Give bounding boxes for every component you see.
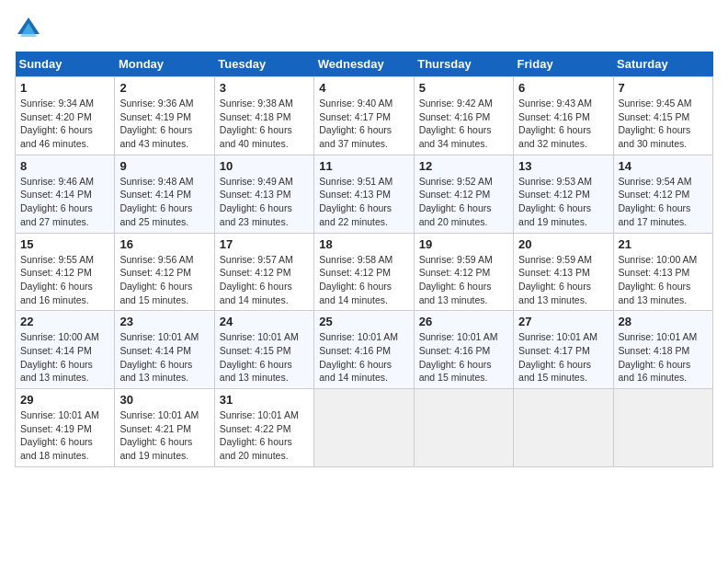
day-detail: Sunrise: 9:59 AMSunset: 4:13 PMDaylight:… bbox=[518, 254, 592, 305]
column-header-monday: Monday bbox=[115, 52, 214, 77]
day-number: 15 bbox=[20, 237, 109, 251]
day-detail: Sunrise: 10:01 AMSunset: 4:17 PMDaylight… bbox=[518, 331, 597, 383]
day-detail: Sunrise: 9:48 AMSunset: 4:14 PMDaylight:… bbox=[119, 176, 193, 227]
calendar-day-cell: 25 Sunrise: 10:01 AMSunset: 4:16 PMDayli… bbox=[314, 311, 414, 389]
day-detail: Sunrise: 9:40 AMSunset: 4:17 PMDaylight:… bbox=[319, 98, 392, 149]
day-number: 20 bbox=[518, 237, 608, 251]
calendar-week-row: 22 Sunrise: 10:00 AMSunset: 4:14 PMDayli… bbox=[16, 311, 713, 389]
calendar-day-cell: 13 Sunrise: 9:53 AMSunset: 4:12 PMDaylig… bbox=[514, 155, 613, 233]
calendar-day-cell: 27 Sunrise: 10:01 AMSunset: 4:17 PMDayli… bbox=[514, 311, 613, 389]
day-number: 19 bbox=[419, 237, 508, 251]
logo bbox=[15, 15, 46, 42]
column-header-saturday: Saturday bbox=[613, 52, 712, 77]
column-header-wednesday: Wednesday bbox=[314, 52, 414, 77]
day-number: 26 bbox=[419, 315, 508, 328]
calendar-day-cell: 2 Sunrise: 9:36 AMSunset: 4:19 PMDayligh… bbox=[115, 77, 214, 155]
day-detail: Sunrise: 10:01 AMSunset: 4:22 PMDaylight… bbox=[220, 409, 299, 461]
day-detail: Sunrise: 10:00 AMSunset: 4:13 PMDaylight… bbox=[619, 254, 698, 305]
day-number: 28 bbox=[619, 315, 708, 328]
calendar-table: SundayMondayTuesdayWednesdayThursdayFrid… bbox=[15, 52, 713, 467]
day-detail: Sunrise: 9:42 AMSunset: 4:16 PMDaylight:… bbox=[419, 98, 493, 149]
day-detail: Sunrise: 9:57 AMSunset: 4:12 PMDaylight:… bbox=[220, 254, 293, 305]
day-number: 17 bbox=[220, 237, 309, 251]
calendar-day-cell: 5 Sunrise: 9:42 AMSunset: 4:16 PMDayligh… bbox=[414, 77, 513, 155]
day-number: 27 bbox=[518, 315, 608, 328]
day-number: 10 bbox=[220, 159, 309, 173]
calendar-day-cell bbox=[314, 389, 414, 467]
day-number: 6 bbox=[518, 81, 608, 95]
day-number: 2 bbox=[119, 81, 209, 95]
calendar-day-cell: 11 Sunrise: 9:51 AMSunset: 4:13 PMDaylig… bbox=[314, 155, 414, 233]
day-detail: Sunrise: 9:59 AMSunset: 4:12 PMDaylight:… bbox=[419, 254, 493, 305]
day-detail: Sunrise: 9:34 AMSunset: 4:20 PMDaylight:… bbox=[20, 98, 94, 149]
column-header-friday: Friday bbox=[514, 52, 613, 77]
day-detail: Sunrise: 9:56 AMSunset: 4:12 PMDaylight:… bbox=[119, 254, 193, 305]
day-detail: Sunrise: 9:46 AMSunset: 4:14 PMDaylight:… bbox=[20, 176, 94, 227]
day-detail: Sunrise: 9:45 AMSunset: 4:15 PMDaylight:… bbox=[619, 98, 692, 149]
column-header-thursday: Thursday bbox=[414, 52, 513, 77]
day-detail: Sunrise: 10:01 AMSunset: 4:15 PMDaylight… bbox=[220, 331, 299, 383]
day-detail: Sunrise: 9:36 AMSunset: 4:19 PMDaylight:… bbox=[119, 98, 193, 149]
column-header-sunday: Sunday bbox=[16, 52, 115, 77]
calendar-day-cell: 4 Sunrise: 9:40 AMSunset: 4:17 PMDayligh… bbox=[314, 77, 414, 155]
day-number: 4 bbox=[319, 81, 408, 95]
day-detail: Sunrise: 10:01 AMSunset: 4:16 PMDaylight… bbox=[319, 331, 398, 383]
day-detail: Sunrise: 10:01 AMSunset: 4:16 PMDaylight… bbox=[419, 331, 498, 383]
day-number: 21 bbox=[619, 237, 708, 251]
calendar-week-row: 15 Sunrise: 9:55 AMSunset: 4:12 PMDaylig… bbox=[16, 233, 713, 311]
day-detail: Sunrise: 9:58 AMSunset: 4:12 PMDaylight:… bbox=[319, 254, 392, 305]
day-number: 14 bbox=[619, 159, 708, 173]
calendar-day-cell: 21 Sunrise: 10:00 AMSunset: 4:13 PMDayli… bbox=[613, 233, 712, 311]
day-number: 24 bbox=[220, 315, 309, 328]
day-detail: Sunrise: 10:00 AMSunset: 4:14 PMDaylight… bbox=[20, 331, 99, 383]
calendar-day-cell: 16 Sunrise: 9:56 AMSunset: 4:12 PMDaylig… bbox=[115, 233, 214, 311]
calendar-day-cell: 31 Sunrise: 10:01 AMSunset: 4:22 PMDayli… bbox=[214, 389, 313, 467]
calendar-week-row: 29 Sunrise: 10:01 AMSunset: 4:19 PMDayli… bbox=[16, 389, 713, 467]
day-number: 30 bbox=[119, 393, 209, 407]
day-number: 3 bbox=[220, 81, 309, 95]
day-number: 22 bbox=[20, 315, 109, 328]
day-number: 7 bbox=[619, 81, 708, 95]
day-detail: Sunrise: 9:38 AMSunset: 4:18 PMDaylight:… bbox=[220, 98, 293, 149]
calendar-day-cell bbox=[613, 389, 712, 467]
day-number: 31 bbox=[220, 393, 309, 407]
calendar-day-cell: 1 Sunrise: 9:34 AMSunset: 4:20 PMDayligh… bbox=[16, 77, 115, 155]
calendar-day-cell: 24 Sunrise: 10:01 AMSunset: 4:15 PMDayli… bbox=[214, 311, 313, 389]
day-number: 1 bbox=[20, 81, 109, 95]
day-detail: Sunrise: 10:01 AMSunset: 4:21 PMDaylight… bbox=[119, 409, 199, 461]
day-number: 25 bbox=[319, 315, 408, 328]
column-header-tuesday: Tuesday bbox=[214, 52, 313, 77]
day-number: 9 bbox=[119, 159, 209, 173]
logo-icon bbox=[15, 15, 42, 42]
day-number: 12 bbox=[419, 159, 508, 173]
day-detail: Sunrise: 9:54 AMSunset: 4:12 PMDaylight:… bbox=[619, 176, 692, 227]
day-number: 8 bbox=[20, 159, 109, 173]
calendar-day-cell: 17 Sunrise: 9:57 AMSunset: 4:12 PMDaylig… bbox=[214, 233, 313, 311]
calendar-week-row: 8 Sunrise: 9:46 AMSunset: 4:14 PMDayligh… bbox=[16, 155, 713, 233]
calendar-day-cell: 18 Sunrise: 9:58 AMSunset: 4:12 PMDaylig… bbox=[314, 233, 414, 311]
day-number: 18 bbox=[319, 237, 408, 251]
calendar-day-cell bbox=[514, 389, 613, 467]
calendar-day-cell: 9 Sunrise: 9:48 AMSunset: 4:14 PMDayligh… bbox=[115, 155, 214, 233]
day-number: 11 bbox=[319, 159, 408, 173]
day-detail: Sunrise: 9:43 AMSunset: 4:16 PMDaylight:… bbox=[518, 98, 592, 149]
calendar-day-cell: 15 Sunrise: 9:55 AMSunset: 4:12 PMDaylig… bbox=[16, 233, 115, 311]
calendar-day-cell: 19 Sunrise: 9:59 AMSunset: 4:12 PMDaylig… bbox=[414, 233, 513, 311]
day-detail: Sunrise: 10:01 AMSunset: 4:18 PMDaylight… bbox=[619, 331, 698, 383]
calendar-day-cell: 10 Sunrise: 9:49 AMSunset: 4:13 PMDaylig… bbox=[214, 155, 313, 233]
calendar-day-cell: 3 Sunrise: 9:38 AMSunset: 4:18 PMDayligh… bbox=[214, 77, 313, 155]
calendar-day-cell: 26 Sunrise: 10:01 AMSunset: 4:16 PMDayli… bbox=[414, 311, 513, 389]
day-detail: Sunrise: 9:49 AMSunset: 4:13 PMDaylight:… bbox=[220, 176, 293, 227]
calendar-day-cell: 14 Sunrise: 9:54 AMSunset: 4:12 PMDaylig… bbox=[613, 155, 712, 233]
calendar-day-cell: 20 Sunrise: 9:59 AMSunset: 4:13 PMDaylig… bbox=[514, 233, 613, 311]
day-number: 29 bbox=[20, 393, 109, 407]
day-detail: Sunrise: 9:52 AMSunset: 4:12 PMDaylight:… bbox=[419, 176, 493, 227]
calendar-day-cell: 23 Sunrise: 10:01 AMSunset: 4:14 PMDayli… bbox=[115, 311, 214, 389]
calendar-day-cell: 30 Sunrise: 10:01 AMSunset: 4:21 PMDayli… bbox=[115, 389, 214, 467]
calendar-day-cell: 8 Sunrise: 9:46 AMSunset: 4:14 PMDayligh… bbox=[16, 155, 115, 233]
calendar-day-cell: 28 Sunrise: 10:01 AMSunset: 4:18 PMDayli… bbox=[613, 311, 712, 389]
calendar-header-row: SundayMondayTuesdayWednesdayThursdayFrid… bbox=[16, 52, 713, 77]
day-detail: Sunrise: 9:55 AMSunset: 4:12 PMDaylight:… bbox=[20, 254, 94, 305]
page-header bbox=[15, 15, 713, 42]
day-number: 23 bbox=[119, 315, 209, 328]
